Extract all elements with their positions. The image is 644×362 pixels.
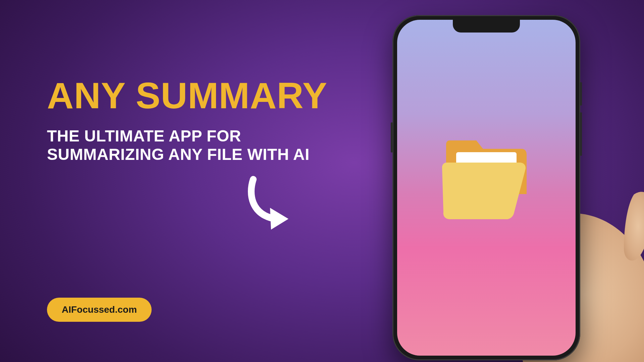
hero-subtitle: THE ULTIMATE APP FOR SUMMARIZING ANY FIL… [47, 127, 342, 164]
phone-side-button [580, 82, 582, 106]
phone-screen [397, 20, 576, 356]
phone-notch [453, 20, 520, 33]
promo-banner: ANY SUMMARY THE ULTIMATE APP FOR SUMMARI… [0, 0, 644, 362]
hero-text-block: ANY SUMMARY THE ULTIMATE APP FOR SUMMARI… [47, 77, 349, 164]
folder-icon [436, 134, 537, 221]
curved-arrow-icon [238, 176, 305, 238]
hero-title: ANY SUMMARY [47, 77, 349, 114]
phone-side-button [580, 112, 582, 156]
phone-side-button [391, 122, 393, 153]
brand-badge: AIFocussed.com [47, 298, 152, 322]
phone-in-hand [332, 15, 634, 362]
phone-frame [392, 15, 580, 360]
